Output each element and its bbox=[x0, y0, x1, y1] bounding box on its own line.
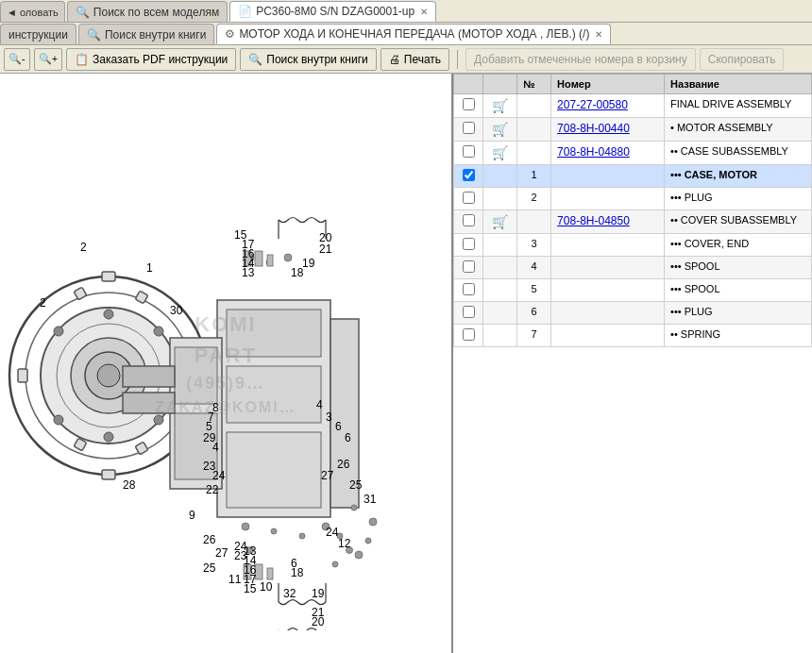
tab-search-all[interactable]: 🔍 Поиск по всем моделям bbox=[67, 1, 228, 22]
part-number-cell bbox=[551, 165, 665, 188]
row-checkbox-cell bbox=[454, 118, 483, 142]
part-number-cell[interactable]: 207-27-00580 bbox=[551, 94, 665, 118]
cart-icon-cell bbox=[483, 302, 517, 325]
table-row[interactable]: 6••• PLUG bbox=[454, 302, 812, 325]
table-row[interactable]: 2••• PLUG bbox=[454, 188, 812, 210]
svg-text:23: 23 bbox=[234, 549, 247, 562]
table-row[interactable]: 🛒207-27-00580FINAL DRIVE ASSEMBLY bbox=[454, 94, 812, 118]
cart-icon-cell bbox=[483, 234, 517, 257]
part-name-cell: •• CASE SUBASSEMBLY bbox=[665, 142, 812, 165]
tab-previous[interactable]: ◄ оловать bbox=[0, 1, 65, 22]
cart-icon-cell: 🛒 bbox=[483, 118, 517, 142]
toolbar-separator bbox=[457, 50, 458, 69]
svg-text:1: 1 bbox=[146, 261, 153, 275]
part-number-cell[interactable]: 708-8H-00440 bbox=[551, 118, 665, 142]
zoom-in-button[interactable]: 🔍+ bbox=[34, 48, 62, 71]
pdf-button[interactable]: 📋 Заказать PDF инструкции bbox=[66, 48, 236, 71]
parts-table-container[interactable]: № Номер Название 🛒207-27-00580FINAL DRIV… bbox=[453, 74, 812, 653]
print-button[interactable]: 🖨 Печать bbox=[381, 48, 449, 71]
header-num: № bbox=[517, 75, 551, 94]
add-to-cart-icon[interactable]: 🛒 bbox=[492, 145, 508, 160]
table-row[interactable]: 4••• SPOOL bbox=[454, 257, 812, 279]
svg-rect-26 bbox=[175, 347, 217, 404]
add-to-cart-button[interactable]: Добавить отмеченные номера в корзину bbox=[465, 48, 696, 71]
gear-tab-icon: ⚙ bbox=[225, 27, 235, 41]
svg-text:2: 2 bbox=[40, 296, 46, 310]
svg-text:10: 10 bbox=[260, 580, 273, 594]
svg-rect-29 bbox=[123, 393, 175, 413]
row-number: 1 bbox=[517, 165, 551, 188]
header-part-name: Название bbox=[665, 75, 812, 94]
row-checkbox[interactable] bbox=[463, 169, 475, 181]
search-book-button[interactable]: 🔍 Поиск внутри книги bbox=[240, 48, 376, 71]
row-checkbox-cell bbox=[454, 257, 483, 279]
zoom-out-button[interactable]: 🔍- bbox=[4, 48, 30, 71]
add-to-cart-icon[interactable]: 🛒 bbox=[492, 122, 508, 137]
row-checkbox[interactable] bbox=[463, 98, 475, 110]
svg-text:31: 31 bbox=[364, 493, 377, 506]
cart-icon-cell bbox=[483, 188, 517, 210]
row-checkbox[interactable] bbox=[463, 145, 475, 158]
tab-pc360-close[interactable]: ✕ bbox=[420, 7, 428, 17]
table-row[interactable]: 3••• COVER, END bbox=[454, 234, 812, 257]
table-row[interactable]: 7•• SPRING bbox=[454, 325, 812, 347]
part-number-cell bbox=[551, 302, 665, 325]
svg-text:25: 25 bbox=[203, 561, 216, 575]
row-checkbox[interactable] bbox=[463, 214, 475, 226]
tab-pc360[interactable]: 📄 PC360-8M0 S/N DZAG0001-up ✕ bbox=[229, 1, 436, 22]
tab-motor-close[interactable]: ✕ bbox=[595, 29, 602, 40]
diagram-area: 2 2 1 15 17 16 14 13 20 21 19 18 30 8 7 … bbox=[0, 74, 453, 653]
tab-search-book[interactable]: 🔍 Поиск внутри книги bbox=[78, 24, 214, 44]
row-number bbox=[517, 94, 551, 118]
table-row[interactable]: 1••• CASE, MOTOR bbox=[454, 165, 812, 188]
svg-text:13: 13 bbox=[242, 266, 255, 279]
row-checkbox[interactable] bbox=[463, 122, 475, 134]
part-number-cell[interactable]: 708-8H-04850 bbox=[551, 210, 665, 234]
svg-point-49 bbox=[351, 505, 357, 511]
row-number: 3 bbox=[517, 234, 551, 257]
part-number-cell[interactable]: 708-8H-04880 bbox=[551, 142, 665, 165]
copy-button[interactable]: Скопировать bbox=[700, 48, 785, 71]
row-checkbox-cell bbox=[454, 234, 483, 257]
row-checkbox[interactable] bbox=[463, 192, 475, 204]
svg-text:26: 26 bbox=[203, 533, 216, 546]
part-number-cell bbox=[551, 234, 665, 257]
svg-text:25: 25 bbox=[349, 478, 363, 492]
svg-text:11: 11 bbox=[228, 573, 242, 586]
row-number bbox=[517, 142, 551, 165]
row-number: 6 bbox=[517, 302, 551, 325]
table-row[interactable]: 🛒708-8H-00440• MOTOR ASSEMBLY bbox=[454, 118, 812, 142]
part-number-cell bbox=[551, 188, 665, 210]
search-book-label: Поиск внутри книги bbox=[266, 53, 367, 66]
row-checkbox[interactable] bbox=[463, 306, 475, 318]
svg-text:6: 6 bbox=[335, 420, 342, 433]
svg-point-12 bbox=[154, 415, 163, 425]
part-number-link[interactable]: 207-27-00580 bbox=[557, 98, 628, 111]
row-checkbox[interactable] bbox=[463, 260, 475, 273]
table-row[interactable]: 🛒708-8H-04850•• COVER SUBASSEMBLY bbox=[454, 210, 812, 234]
toolbar: 🔍- 🔍+ 📋 Заказать PDF инструкции 🔍 Поиск … bbox=[0, 45, 812, 74]
add-to-cart-icon[interactable]: 🛒 bbox=[492, 98, 508, 113]
part-number-link[interactable]: 708-8H-00440 bbox=[557, 122, 630, 135]
table-row[interactable]: 5••• SPOOL bbox=[454, 279, 812, 302]
svg-point-9 bbox=[104, 432, 113, 442]
svg-rect-51 bbox=[255, 251, 262, 266]
svg-point-47 bbox=[365, 538, 371, 544]
svg-point-39 bbox=[271, 528, 277, 534]
row-checkbox[interactable] bbox=[463, 238, 475, 250]
tab-motor-hoda[interactable]: ⚙ МОТОР ХОДА И КОНЕЧНАЯ ПЕРЕДАЧА (МОТОР … bbox=[216, 24, 611, 44]
tab-instructions[interactable]: инструкции bbox=[0, 24, 76, 44]
copy-label: Скопировать bbox=[708, 53, 776, 66]
svg-text:15: 15 bbox=[244, 582, 257, 595]
cart-icon-cell bbox=[483, 165, 517, 188]
table-row[interactable]: 🛒708-8H-04880•• CASE SUBASSEMBLY bbox=[454, 142, 812, 165]
tab-search-all-label: Поиск по всем моделям bbox=[93, 6, 219, 19]
part-number-link[interactable]: 708-8H-04850 bbox=[557, 214, 630, 227]
part-name-cell: • MOTOR ASSEMBLY bbox=[665, 118, 812, 142]
part-number-link[interactable]: 708-8H-04880 bbox=[557, 145, 630, 159]
row-checkbox[interactable] bbox=[463, 283, 475, 295]
row-checkbox[interactable] bbox=[463, 328, 475, 341]
svg-point-13 bbox=[54, 326, 63, 336]
svg-text:18: 18 bbox=[291, 566, 304, 579]
add-to-cart-icon[interactable]: 🛒 bbox=[492, 214, 508, 229]
